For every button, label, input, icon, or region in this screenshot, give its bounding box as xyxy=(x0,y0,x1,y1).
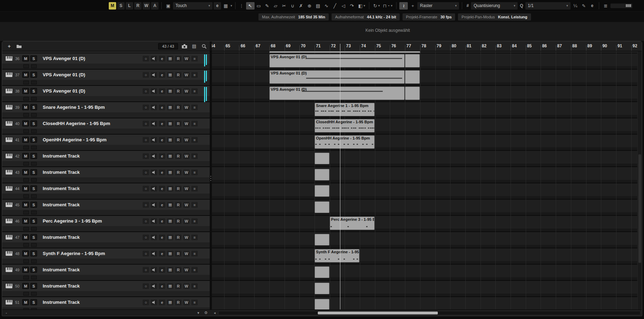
write-automation-button[interactable]: W xyxy=(183,283,190,289)
mute-button[interactable]: M xyxy=(22,88,29,94)
open-instrument-button[interactable]: ▦ xyxy=(167,56,173,61)
write-automation-button[interactable]: W xyxy=(183,153,190,159)
read-automation-button[interactable]: R xyxy=(175,56,181,61)
mute-button[interactable]: M xyxy=(22,169,29,175)
track-options-button[interactable]: ≡ xyxy=(191,72,198,78)
monitor-button[interactable] xyxy=(151,202,157,208)
midi-event[interactable] xyxy=(315,169,329,181)
write-automation-button[interactable]: W xyxy=(183,170,190,175)
midi-event[interactable]: VPS Avenger 01 (D) xyxy=(269,87,405,100)
snapshot-button[interactable] xyxy=(181,43,188,50)
zoom-tool-button[interactable]: ⊕ xyxy=(305,2,314,10)
track-lane[interactable] xyxy=(212,167,642,183)
edit-channel-button[interactable]: e xyxy=(159,56,165,61)
midi-event[interactable] xyxy=(315,185,329,197)
mute-button[interactable]: M xyxy=(22,283,29,289)
monitor-button[interactable] xyxy=(151,72,157,78)
solo-button[interactable]: S xyxy=(30,185,37,191)
record-enable-button[interactable]: ○ xyxy=(143,137,149,143)
toolbar-zoom-slider[interactable] xyxy=(610,4,632,8)
solo-button[interactable]: S xyxy=(30,88,37,94)
track-name[interactable]: Perc Aegerine 3 - 1-95 Bpm xyxy=(43,218,102,224)
track-lane[interactable]: ClosedHH Aegerine - 1-95 Bpm xyxy=(212,118,642,135)
record-enable-button[interactable]: ○ xyxy=(143,186,149,191)
automation-l-button[interactable]: L xyxy=(126,2,133,10)
track-row[interactable]: 36 M S VPS Avenger 01 (D) ○ e ▦ R W ≡ xyxy=(2,53,210,70)
automation-w-button[interactable]: W xyxy=(143,2,150,10)
read-automation-button[interactable]: R xyxy=(175,283,181,289)
open-instrument-button[interactable]: ▦ xyxy=(167,88,173,94)
monitor-button[interactable] xyxy=(151,56,157,61)
track-name[interactable]: Instrument Track xyxy=(43,300,80,305)
track-options-button[interactable]: ≡ xyxy=(191,300,198,305)
automation-panel-button[interactable]: ▣ xyxy=(165,2,172,10)
monitor-button[interactable] xyxy=(151,105,157,110)
track-row[interactable]: 41 M S OpenHH Aegerine - 1-95 Bpm ○ e ▦ … xyxy=(2,135,210,151)
solo-button[interactable]: S xyxy=(30,234,37,240)
edit-channel-button[interactable]: e xyxy=(159,267,165,273)
solo-button[interactable]: S xyxy=(30,218,37,224)
open-instrument-button[interactable]: ▦ xyxy=(167,137,173,143)
solo-button[interactable]: S xyxy=(30,250,37,256)
edit-channel-button[interactable]: e xyxy=(159,283,165,289)
monitor-button[interactable] xyxy=(151,300,157,305)
edit-channel-button[interactable]: e xyxy=(159,218,165,224)
erase-tool-button[interactable]: ▱ xyxy=(272,2,280,10)
edit-channel-button[interactable]: e xyxy=(159,186,165,191)
edit-channel-button[interactable]: e xyxy=(159,235,165,240)
mute-button[interactable]: M xyxy=(22,104,29,110)
record-enable-button[interactable]: ○ xyxy=(143,235,149,240)
track-name[interactable]: Instrument Track xyxy=(43,170,80,175)
track-lane[interactable]: Synth F Aegerine - 1-95 Bpm xyxy=(212,248,642,265)
mute-button[interactable]: M xyxy=(22,299,29,305)
add-track-button[interactable]: + xyxy=(6,43,13,50)
write-automation-button[interactable]: W xyxy=(183,88,190,94)
track-row[interactable]: 45 M S Instrument Track ○ e ▦ R W ≡ xyxy=(2,200,210,216)
track-options-button[interactable]: ≡ xyxy=(191,88,198,94)
open-instrument-button[interactable]: ▦ xyxy=(167,170,173,175)
performance-meter-button[interactable]: ≣ xyxy=(602,2,609,10)
track-row[interactable]: 48 M S Synth F Aegerine - 1-95 Bpm ○ e ▦… xyxy=(2,248,210,265)
track-options-button[interactable]: ≡ xyxy=(191,235,198,240)
solo-button[interactable]: S xyxy=(30,55,37,61)
mute-button[interactable]: M xyxy=(22,218,29,224)
track-lane[interactable] xyxy=(212,297,642,309)
track-row[interactable]: 37 M S VPS Avenger 01 (D) ○ e ▦ R W ≡ xyxy=(2,70,210,86)
track-row[interactable]: 51 M S Instrument Track ○ e ▦ R W ≡ xyxy=(2,297,210,309)
monitor-button[interactable] xyxy=(151,121,157,126)
record-enable-button[interactable]: ○ xyxy=(143,105,149,110)
track-row[interactable]: 40 M S ClosedHH Aegerine - 1-95 Bpm ○ e … xyxy=(2,118,210,135)
solo-button[interactable]: S xyxy=(30,283,37,289)
setup-toolbar-button[interactable]: ▦ xyxy=(222,2,229,10)
monitor-button[interactable] xyxy=(151,186,157,191)
monitor-button[interactable] xyxy=(151,88,157,94)
midi-event[interactable] xyxy=(315,201,329,213)
mute-button[interactable]: M xyxy=(22,55,29,61)
automation-mode-select[interactable]: Touch ▾ xyxy=(173,2,213,10)
q-value-select[interactable]: 1/1 ▾ xyxy=(525,2,571,10)
track-lane[interactable] xyxy=(212,232,642,248)
track-name[interactable]: VPS Avenger 01 (D) xyxy=(43,56,85,61)
draw-tool-button[interactable]: ✎ xyxy=(263,2,272,10)
midi-event[interactable]: Perc Aegerine 3 - 1-95 Bpm xyxy=(330,217,375,230)
open-instrument-button[interactable]: ▦ xyxy=(167,202,173,208)
track-options-button[interactable]: ≡ xyxy=(191,153,198,159)
snap-type-button[interactable]: + xyxy=(409,2,416,10)
write-automation-button[interactable]: W xyxy=(183,137,190,143)
record-enable-button[interactable]: ○ xyxy=(143,72,149,78)
find-track-button[interactable] xyxy=(201,43,208,50)
midi-event[interactable]: VPS Avenger 01 (D) xyxy=(269,54,405,67)
write-automation-button[interactable]: W xyxy=(183,72,190,78)
edit-channel-button[interactable]: e xyxy=(159,105,165,110)
track-row[interactable]: 38 M S VPS Avenger 01 (D) ○ e ▦ R W ≡ xyxy=(2,86,210,102)
track-name[interactable]: Snare Aegerine 1 - 1-95 Bpm xyxy=(43,105,105,110)
solo-button[interactable]: S xyxy=(30,299,37,305)
horizontal-scrollbar-thumb[interactable] xyxy=(318,312,438,314)
midi-event[interactable] xyxy=(405,87,420,100)
write-automation-button[interactable]: W xyxy=(183,300,190,305)
toolbox-button[interactable]: ⋮ xyxy=(238,2,245,10)
open-instrument-button[interactable]: ▦ xyxy=(167,251,173,256)
track-options-button[interactable]: ≡ xyxy=(191,56,198,61)
open-instrument-button[interactable]: ▦ xyxy=(167,121,173,126)
range-selection-tool-button[interactable]: ▭ xyxy=(255,2,263,10)
